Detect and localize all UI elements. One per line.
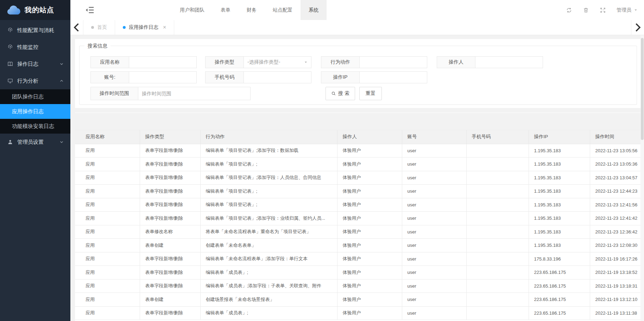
tabs-scroll-right-icon[interactable] bbox=[631, 20, 644, 35]
fullscreen-icon[interactable] bbox=[600, 7, 606, 13]
table-cell: user bbox=[402, 252, 466, 266]
tab-close-icon[interactable]: × bbox=[163, 25, 166, 30]
tab-label: 首页 bbox=[97, 24, 107, 31]
table-cell bbox=[466, 158, 529, 171]
table-cell: 1.195.35.183 bbox=[529, 185, 590, 198]
sidebar-subitem-app-log[interactable]: 应用操作日志 bbox=[0, 104, 70, 119]
table-cell: 应用 bbox=[75, 293, 140, 307]
site-title: 我的站点 bbox=[25, 5, 54, 15]
table-row: 应用表单字段新增/删除编辑表单「成员表」;体验用户user223.65.186.… bbox=[75, 266, 641, 280]
table-cell: 应用 bbox=[75, 239, 140, 252]
table-row: 应用表单字段新增/删除编辑表单「项目登记表」;体验用户user1.195.35.… bbox=[75, 198, 641, 212]
table-row: 应用表单修改名称将表单「未命名流程表单」重命名为「项目登记表」体验用户user1… bbox=[75, 225, 641, 239]
tab-dot-icon bbox=[91, 26, 94, 29]
sidebar-nav: 性能配置与消耗 性能监控 操作日志 bbox=[0, 20, 70, 150]
table-cell: 体验用户 bbox=[337, 239, 402, 252]
table-cell bbox=[466, 225, 529, 239]
account-input[interactable] bbox=[129, 72, 196, 83]
tab-app-operation-log[interactable]: 应用操作日志 × bbox=[115, 20, 174, 35]
table-cell: 2022-11-23 13:04:57 bbox=[590, 171, 641, 185]
refresh-icon[interactable] bbox=[566, 7, 572, 13]
table-cell: 2022-11-23 13:05:36 bbox=[590, 158, 641, 171]
search-button[interactable]: 搜 索 bbox=[326, 87, 355, 100]
table-cell: 223.65.186.175 bbox=[529, 306, 590, 320]
sidebar-item-performance-config[interactable]: 性能配置与消耗 bbox=[0, 22, 70, 39]
sidebar-item-performance-monitor[interactable]: 性能监控 bbox=[0, 39, 70, 56]
table-cell: 体验用户 bbox=[337, 144, 402, 158]
table-cell: 体验用户 bbox=[337, 306, 402, 320]
sidebar-subitem-module-install-log[interactable]: 功能模块安装日志 bbox=[0, 119, 70, 134]
tab-bar: 首页 应用操作日志 × bbox=[70, 20, 644, 35]
table-cell: 表单字段新增/删除 bbox=[140, 212, 200, 225]
chevron-down-icon bbox=[59, 140, 64, 145]
app-name-input[interactable] bbox=[129, 57, 196, 68]
sidebar-item-admin-settings[interactable]: 管理员设置 bbox=[0, 134, 70, 150]
phone-input[interactable] bbox=[244, 72, 311, 83]
table-cell: 体验用户 bbox=[337, 171, 402, 185]
table-cell bbox=[466, 266, 529, 280]
table-cell: 应用 bbox=[75, 225, 140, 239]
operator-input[interactable] bbox=[475, 57, 543, 68]
table-cell: 2022-11-19 13:11:38 bbox=[590, 306, 641, 320]
collapse-menu-icon[interactable] bbox=[84, 0, 95, 20]
table-cell: 2022-11-23 12:36:42 bbox=[590, 225, 641, 239]
table-cell: 2022-11-19 16:17:26 bbox=[590, 252, 641, 266]
phone-label: 手机号码 bbox=[205, 71, 244, 83]
table-cell: 应用 bbox=[75, 212, 140, 225]
table-cell: 2022-11-23 12:41:56 bbox=[590, 198, 641, 212]
table-cell: 2022-11-19 13:12:10 bbox=[590, 293, 641, 307]
sidebar-subitem-team-log[interactable]: 团队操作日志 bbox=[0, 89, 70, 104]
sidebar-item-label: 行为分析 bbox=[17, 78, 38, 84]
topnav-item[interactable]: 表单 bbox=[213, 0, 239, 20]
monitor-icon bbox=[7, 78, 13, 84]
ip-input[interactable] bbox=[360, 72, 427, 83]
table-cell: 2022-11-23 12:44:23 bbox=[590, 185, 641, 198]
table-cell: 编辑表单「项目登记表」; bbox=[200, 198, 337, 212]
book-icon bbox=[7, 61, 13, 67]
table-row: 应用表单字段新增/删除编辑表单「项目登记表」;添加字段：业绩归属、签约人员...… bbox=[75, 212, 641, 225]
table-cell: 应用 bbox=[75, 158, 140, 171]
reset-button[interactable]: 重置 bbox=[359, 87, 382, 100]
table-cell: 表单字段新增/删除 bbox=[140, 306, 200, 320]
topnav-item[interactable]: 站点配置 bbox=[265, 0, 301, 20]
sidebar-item-label: 性能监控 bbox=[17, 44, 38, 51]
topnav-item[interactable]: 财务 bbox=[239, 0, 265, 20]
sidebar-item-operation-log[interactable]: 操作日志 bbox=[0, 56, 70, 72]
table-cell: 体验用户 bbox=[337, 185, 402, 198]
scrollbar-thumb[interactable] bbox=[641, 38, 644, 140]
table-cell: 体验用户 bbox=[337, 212, 402, 225]
sidebar: 我的站点 性能配置与消耗 性能监控 bbox=[0, 0, 70, 321]
table-cell: 2022-11-19 13:18:31 bbox=[590, 279, 641, 293]
table-header-row: 应用名称操作类型行为动作操作人账号手机号码操作IP操作时间 bbox=[75, 130, 641, 144]
admin-label: 管理员 bbox=[617, 7, 631, 13]
action-input[interactable] bbox=[360, 57, 427, 68]
table-cell: 编辑表单「项目登记表」;添加字段：人员信息、合同信息 bbox=[200, 171, 337, 185]
top-header: 用户和团队表单财务站点配置系统 管理员 bbox=[70, 0, 644, 20]
table-cell: 2022-11-23 13:05:56 bbox=[590, 144, 641, 158]
table-cell: 应用 bbox=[75, 306, 140, 320]
column-header: 操作时间 bbox=[590, 130, 641, 144]
search-panel: 搜索信息 应用名称 操作类型 -选择操作类型- 行为动作 bbox=[75, 39, 641, 108]
trash-icon[interactable] bbox=[583, 7, 589, 13]
table-cell: 表单字段新增/删除 bbox=[140, 144, 200, 158]
table-cell: 体验用户 bbox=[337, 279, 402, 293]
admin-dropdown[interactable]: 管理员 bbox=[617, 7, 638, 13]
table-cell: 应用 bbox=[75, 279, 140, 293]
brand[interactable]: 我的站点 bbox=[0, 0, 70, 20]
time-range-input[interactable] bbox=[138, 87, 250, 100]
tab-home[interactable]: 首页 bbox=[83, 20, 115, 35]
sidebar-item-behavior-analysis[interactable]: 行为分析 bbox=[0, 72, 70, 89]
topnav-item[interactable]: 用户和团队 bbox=[172, 0, 213, 20]
op-type-select[interactable]: -选择操作类型- bbox=[244, 59, 311, 65]
table-cell: user bbox=[402, 171, 466, 185]
table-cell bbox=[466, 279, 529, 293]
topnav-item[interactable]: 系统 bbox=[301, 0, 327, 20]
time-range-label: 操作时间范围 bbox=[90, 87, 138, 100]
table-row: 应用表单字段新增/删除编辑表单「项目登记表」;添加字段：人员信息、合同信息体验用… bbox=[75, 171, 641, 185]
table-row: 应用表单字段新增/删除编辑表单「成员表」;体验用户user223.65.186.… bbox=[75, 306, 641, 320]
column-header: 行为动作 bbox=[200, 130, 337, 144]
broadcast-icon bbox=[7, 27, 13, 33]
table-cell bbox=[466, 185, 529, 198]
tabs-scroll-left-icon[interactable] bbox=[70, 20, 83, 35]
table-cell bbox=[466, 212, 529, 225]
